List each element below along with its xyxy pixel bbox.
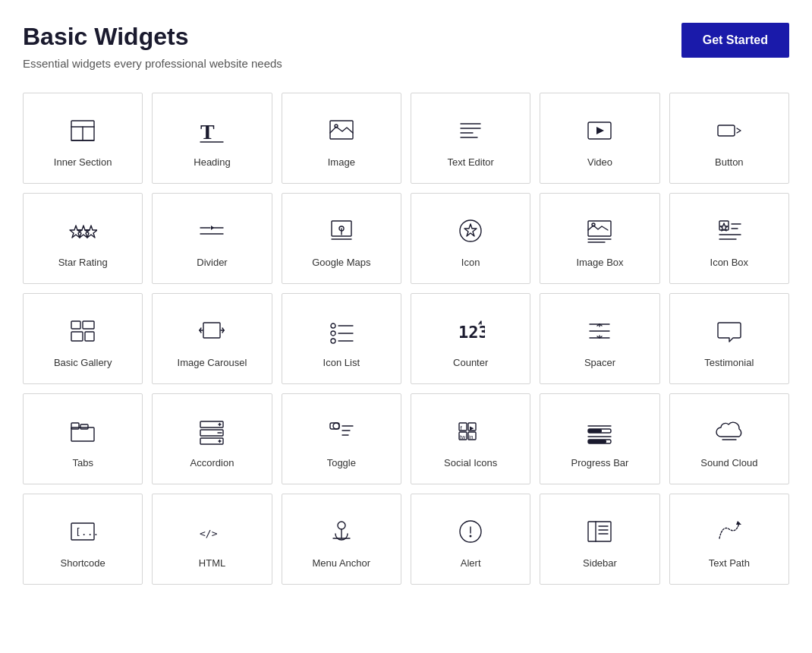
svg-text:123: 123 — [458, 323, 485, 342]
svg-rect-41 — [203, 323, 220, 338]
widget-card-sidebar[interactable]: Sidebar — [540, 494, 659, 585]
page-title: Basic Widgets — [23, 23, 282, 51]
widget-card-icon-list[interactable]: Icon List — [282, 293, 401, 384]
svg-rect-37 — [71, 321, 80, 329]
widget-card-button[interactable]: Button — [669, 93, 789, 184]
svg-rect-89 — [588, 440, 606, 443]
widget-card-image-carousel[interactable]: Image Carousel — [152, 293, 272, 384]
svg-point-94 — [338, 522, 345, 529]
progress-bar-label: Progress Bar — [571, 457, 629, 468]
svg-rect-14 — [718, 125, 735, 136]
svg-marker-26 — [464, 224, 477, 236]
icon-list-icon — [325, 314, 358, 348]
sound-cloud-label: Sound Cloud — [700, 457, 757, 468]
svg-point-98 — [470, 535, 472, 537]
svg-rect-99 — [588, 522, 611, 541]
heading-label: Heading — [194, 156, 230, 168]
google-maps-label: Google Maps — [312, 257, 370, 268]
widget-card-testimonial[interactable]: Testimonial — [669, 293, 789, 384]
svg-text:T: T — [200, 120, 215, 144]
icon-list-label: Icon List — [323, 357, 360, 368]
widget-card-inner-section[interactable]: Inner Section — [23, 93, 143, 184]
svg-point-52 — [331, 339, 335, 343]
header-text: Basic Widgets Essential widgets every pr… — [23, 23, 282, 70]
sound-cloud-icon — [713, 415, 746, 448]
svg-point-50 — [331, 331, 335, 336]
spacer-icon — [583, 314, 616, 348]
text-path-icon — [713, 515, 746, 548]
divider-label: Divider — [197, 257, 227, 268]
alert-icon — [454, 515, 487, 548]
image-carousel-label: Image Carousel — [178, 357, 247, 368]
widget-card-sound-cloud[interactable]: Sound Cloud — [669, 393, 789, 484]
widget-card-text-path[interactable]: Text Path — [669, 494, 789, 585]
widget-card-social-icons[interactable]: f▶twinSocial Icons — [411, 393, 530, 484]
svg-point-28 — [592, 223, 595, 226]
icon-label: Icon — [461, 257, 480, 268]
widget-card-progress-bar[interactable]: Progress Bar — [540, 393, 659, 484]
image-label: Image — [328, 156, 355, 168]
svg-rect-31 — [719, 221, 729, 230]
basic-gallery-icon — [66, 314, 99, 348]
widget-card-spacer[interactable]: Spacer — [540, 293, 659, 384]
svg-marker-13 — [596, 127, 604, 134]
image-carousel-icon — [195, 314, 228, 348]
widget-card-toggle[interactable]: Toggle — [282, 393, 401, 484]
tabs-label: Tabs — [72, 457, 93, 468]
shortcode-label: Shortcode — [61, 557, 105, 569]
widget-card-image[interactable]: Image — [282, 93, 401, 184]
svg-text:▶: ▶ — [470, 425, 474, 431]
counter-icon: 123 — [454, 314, 487, 348]
get-started-button[interactable]: Get Started — [681, 23, 789, 58]
star-rating-label: Star Rating — [58, 257, 108, 268]
svg-point-7 — [335, 125, 338, 128]
svg-marker-104 — [736, 521, 741, 525]
svg-rect-40 — [85, 332, 94, 341]
svg-rect-86 — [588, 429, 602, 433]
svg-text:tw: tw — [460, 434, 466, 440]
svg-rect-61 — [71, 423, 79, 429]
svg-rect-38 — [83, 321, 94, 329]
widget-card-icon[interactable]: Icon — [411, 193, 530, 284]
widget-card-html[interactable]: </>HTML — [152, 494, 272, 585]
widget-card-counter[interactable]: 123Counter — [411, 293, 530, 384]
html-icon: </> — [195, 515, 228, 548]
social-icons-icon: f▶twin — [454, 415, 487, 448]
video-label: Video — [587, 156, 612, 168]
toggle-label: Toggle — [327, 457, 356, 468]
widget-card-basic-gallery[interactable]: Basic Gallery — [23, 293, 143, 384]
svg-rect-39 — [71, 332, 83, 341]
text-editor-icon — [454, 114, 487, 147]
widget-card-text-editor[interactable]: Text Editor — [411, 93, 530, 184]
button-label: Button — [715, 156, 744, 168]
heading-icon: T — [195, 114, 228, 147]
widget-card-image-box[interactable]: Image Box — [540, 193, 659, 284]
basic-gallery-label: Basic Gallery — [54, 357, 112, 368]
widget-card-heading[interactable]: THeading — [152, 93, 272, 184]
widget-card-icon-box[interactable]: Icon Box — [669, 193, 789, 284]
page-subtitle: Essential widgets every professional web… — [23, 57, 282, 70]
html-label: HTML — [199, 557, 225, 569]
widget-card-menu-anchor[interactable]: Menu Anchor — [282, 494, 401, 585]
inner-section-icon — [66, 114, 99, 147]
svg-rect-62 — [80, 424, 88, 429]
tabs-icon — [66, 415, 99, 448]
widget-card-alert[interactable]: Alert — [411, 494, 530, 585]
text-editor-label: Text Editor — [447, 156, 493, 168]
svg-point-48 — [331, 323, 335, 328]
widget-card-accordion[interactable]: Accordion — [152, 393, 272, 484]
widget-card-shortcode[interactable]: [...]Shortcode — [23, 494, 143, 585]
testimonial-label: Testimonial — [704, 357, 754, 368]
svg-point-25 — [460, 220, 481, 241]
video-icon — [583, 114, 616, 147]
widget-card-video[interactable]: Video — [540, 93, 659, 184]
widget-grid: Inner SectionTHeadingImageText EditorVid… — [23, 93, 789, 585]
widget-card-google-maps[interactable]: Google Maps — [282, 193, 401, 284]
sidebar-icon — [583, 515, 616, 548]
sidebar-label: Sidebar — [583, 557, 617, 569]
widget-card-divider[interactable]: Divider — [152, 193, 272, 284]
accordion-label: Accordion — [190, 457, 234, 468]
widget-card-tabs[interactable]: Tabs — [23, 393, 143, 484]
widget-card-star-rating[interactable]: Star Rating — [23, 193, 143, 284]
accordion-icon — [195, 415, 228, 448]
